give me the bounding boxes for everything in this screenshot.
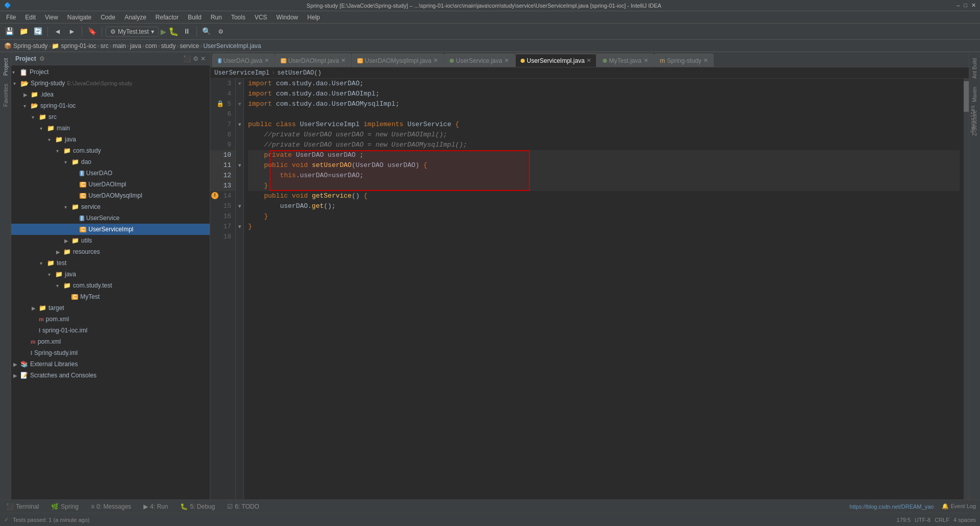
side-tab-favorites-right[interactable]: Favorites (969, 102, 977, 136)
tool-messages[interactable]: ≡ 0: Messages (89, 502, 133, 511)
toolbar-back-btn[interactable]: ◀ (52, 26, 64, 38)
toolbar-save-btn[interactable]: 💾 (3, 26, 15, 38)
tab-userdaomysqlimpl[interactable]: C UserDAOMysqlImpl.java ✕ (352, 54, 444, 67)
toolbar-search-btn[interactable]: 🔍 (201, 26, 213, 38)
panel-close-btn[interactable]: ✕ (201, 55, 206, 62)
menu-run[interactable]: Run (207, 13, 226, 22)
tab-userservice-close[interactable]: ✕ (504, 57, 509, 64)
tree-resources[interactable]: ▶ 📁 resources (11, 246, 210, 257)
tab-mytest-close[interactable]: ✕ (644, 57, 648, 64)
scroll-thumb[interactable] (964, 81, 969, 112)
tool-terminal[interactable]: ⬛ Terminal (4, 502, 41, 511)
tree-pom-spring[interactable]: ▶ m pom.xml (11, 314, 210, 325)
menu-vcs[interactable]: VCS (251, 13, 272, 22)
tree-spring-iml[interactable]: ▶ I spring-01-ioc.iml (11, 325, 210, 336)
menu-refactor[interactable]: Refactor (152, 13, 183, 22)
tree-spring-01-ioc[interactable]: ▾ 📂 spring-01-ioc (11, 100, 210, 111)
fold-class[interactable]: ▼ (236, 119, 243, 130)
tab-userdaoimpl-close[interactable]: ✕ (341, 57, 346, 64)
breadcrumb-src[interactable]: src (101, 42, 109, 50)
tab-userdao-close[interactable]: ✕ (264, 57, 269, 64)
tree-userdaoimpl[interactable]: ▶ C UserDAOImpl (11, 179, 210, 190)
tree-utils[interactable]: ▶ 📁 utils (11, 235, 210, 246)
event-log-btn[interactable]: 🔔 Event Log (942, 503, 976, 510)
breadcrumb-main[interactable]: main (113, 42, 126, 50)
blog-link[interactable]: https://blog.csdn.net/DREAM_yao (849, 504, 934, 510)
tab-userdaomysqlimpl-close[interactable]: ✕ (433, 57, 438, 64)
tree-dao[interactable]: ▾ 📁 dao (11, 156, 210, 168)
tool-spring[interactable]: 🌿 Spring (49, 502, 81, 511)
menu-build[interactable]: Build (184, 13, 206, 22)
editor-breadcrumb-method[interactable]: setUserDAO() (277, 69, 321, 77)
menu-navigate[interactable]: Navigate (63, 13, 95, 22)
tab-userservice[interactable]: UserService.java ✕ (444, 54, 514, 67)
tool-run[interactable]: ▶ 4: Run (141, 502, 170, 511)
debug-button[interactable]: 🐛 (168, 27, 179, 37)
maximize-button[interactable]: □ (964, 2, 967, 9)
tree-scratches[interactable]: ▶ 📝 Scratches and Consoles (11, 370, 210, 381)
menu-window[interactable]: Window (272, 13, 302, 22)
fold-class-end[interactable]: ▼ (236, 222, 243, 232)
tree-external-libs[interactable]: ▶ 📚 External Libraries (11, 358, 210, 370)
breadcrumb-spring-study[interactable]: 📦 Spring-study (4, 42, 47, 50)
menu-code[interactable]: Code (96, 13, 119, 22)
tree-root-spring-study[interactable]: ▾ 📂 Spring-study E:\JavaCode\Spring-stud… (11, 78, 210, 89)
tree-idea[interactable]: ▶ 📁 .idea (11, 89, 210, 100)
breadcrumb-service[interactable]: service (180, 42, 199, 50)
side-tab-ant-build[interactable]: Ant Build (970, 54, 979, 83)
tab-spring-study[interactable]: m Spring-study ✕ (654, 54, 714, 67)
tree-test-java[interactable]: ▾ 📁 java (11, 269, 210, 280)
run-button[interactable]: ▶ (161, 26, 166, 37)
tree-study-iml[interactable]: ▶ I Spring-study.iml (11, 347, 210, 358)
tree-target[interactable]: ▶ 📁 target (11, 302, 210, 314)
toolbar-forward-btn[interactable]: ▶ (66, 26, 78, 38)
panel-collapse-btn[interactable]: ⬛ (183, 55, 191, 62)
tree-mytest[interactable]: ▶ C MyTest (11, 291, 210, 302)
minimize-button[interactable]: – (957, 2, 960, 9)
tab-userserviceimpl-close[interactable]: ✕ (586, 57, 591, 64)
breadcrumb-spring-01-ioc[interactable]: 📁 spring-01-ioc (52, 42, 96, 50)
tab-userdao[interactable]: I UserDAO.java ✕ (212, 54, 275, 67)
code-content[interactable]: import com.study.dao.UserDAO; import com… (244, 79, 964, 499)
menu-tools[interactable]: Tools (227, 13, 250, 22)
toolbar-save-all-btn[interactable]: 📁 (17, 26, 30, 38)
toolbar-settings-btn[interactable]: ⚙ (215, 26, 227, 38)
close-button[interactable]: ✕ (971, 2, 976, 9)
tree-java[interactable]: ▾ 📁 java (11, 134, 210, 145)
project-panel-gear[interactable]: ⚙ (39, 55, 45, 62)
menu-edit[interactable]: Edit (21, 13, 40, 22)
tree-pom-root[interactable]: ▶ m pom.xml (11, 336, 210, 347)
run-config-dropdown[interactable]: ⚙ MyTest.test ▾ (106, 27, 159, 37)
tree-userservice[interactable]: ▶ I UserService (11, 212, 210, 224)
fold-setuserao[interactable]: ▼ (236, 160, 243, 171)
tool-debug[interactable]: 🐛 5: Debug (178, 502, 217, 511)
tool-todo[interactable]: ☑ 6: TODO (225, 502, 261, 511)
panel-gear-btn[interactable]: ⚙ (193, 55, 199, 62)
tree-test[interactable]: ▾ 📁 test (11, 257, 210, 269)
breadcrumb-java[interactable]: java (130, 42, 141, 50)
fold-getservice[interactable]: ▼ (236, 201, 243, 211)
toolbar-coverage-btn[interactable]: ⏸ (181, 26, 193, 38)
tab-spring-study-close[interactable]: ✕ (703, 57, 708, 64)
menu-help[interactable]: Help (303, 13, 324, 22)
side-tab-favorites[interactable]: Favorites (1, 80, 10, 111)
tree-service[interactable]: ▾ 📁 service (11, 201, 210, 212)
breadcrumb-study[interactable]: study (161, 42, 176, 50)
breadcrumb-com[interactable]: com (145, 42, 157, 50)
toolbar-bookmark-btn[interactable]: 🔖 (86, 26, 98, 38)
tab-userdaoimpl[interactable]: C UserDAOImpl.java ✕ (275, 54, 351, 67)
tree-item-project[interactable]: ▾ 📋 Project (11, 66, 210, 78)
side-tab-project[interactable]: Project (1, 54, 10, 80)
tab-userserviceimpl[interactable]: UserServiceImpl.java ✕ (515, 54, 597, 67)
menu-analyze[interactable]: Analyze (120, 13, 151, 22)
toolbar-sync-btn[interactable]: 🔄 (32, 26, 44, 38)
breadcrumb-file[interactable]: UserServiceImpl.java (203, 42, 261, 50)
tree-userserviceimpl[interactable]: ▶ C UserServiceImpl (11, 224, 210, 235)
tab-mytest[interactable]: MyTest.java ✕ (597, 54, 653, 67)
tree-com-study[interactable]: ▾ 📁 com.study (11, 145, 210, 156)
tree-main[interactable]: ▾ 📁 main (11, 123, 210, 134)
tree-com-study-test[interactable]: ▾ 📁 com.study.test (11, 280, 210, 291)
tree-userdao[interactable]: ▶ I UserDAO (11, 168, 210, 179)
menu-view[interactable]: View (41, 13, 62, 22)
tree-userdaomysqlimpl[interactable]: ▶ C UserDAOMysqlImpl (11, 190, 210, 201)
